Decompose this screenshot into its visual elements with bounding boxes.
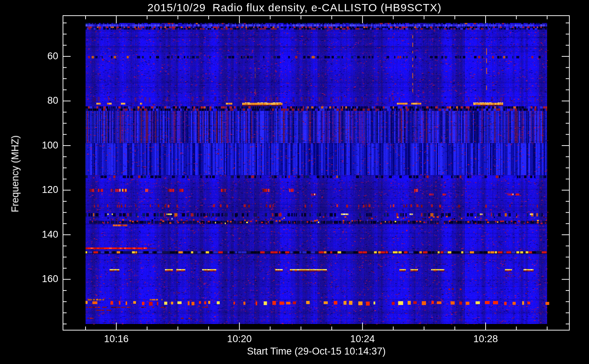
spectrogram-canvas — [0, 0, 589, 364]
y-tick-label: 120 — [25, 184, 58, 195]
y-tick-label: 160 — [25, 273, 58, 285]
x-tick-label: 10:16 — [95, 333, 138, 345]
y-tick-label: 100 — [25, 140, 58, 151]
chart-title: 2015/10/29 Radio flux density, e-CALLIST… — [0, 1, 589, 14]
x-tick-label: 10:24 — [341, 333, 384, 345]
x-tick-label: 10:28 — [464, 333, 507, 345]
y-axis-label: Frequency (MHZ) — [10, 105, 21, 243]
y-tick-label: 60 — [25, 51, 58, 62]
x-tick-label: 10:20 — [218, 333, 261, 345]
y-tick-label: 80 — [25, 95, 58, 106]
x-axis-label: Start Time (29-Oct-15 10:14:37) — [86, 346, 547, 357]
spectrogram-page: 2015/10/29 Radio flux density, e-CALLIST… — [0, 0, 589, 364]
y-tick-label: 140 — [25, 229, 58, 240]
